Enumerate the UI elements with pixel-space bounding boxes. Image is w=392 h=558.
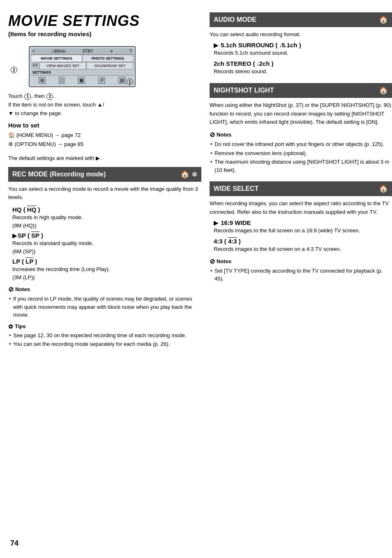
audio-mode-title: AUDIO MODE	[214, 16, 256, 23]
wide-notes-list: Set [TV TYPE] correctly according to the…	[210, 267, 392, 283]
down-arrow: ▼	[8, 110, 14, 116]
ratio43-desc: Records images to the full screen on a 4…	[214, 245, 392, 253]
lcd-tab-sound[interactable]: SOUND/DISP SET	[86, 62, 134, 69]
ratio43-overline: 4:3	[228, 238, 237, 245]
lp-label: LP ( LP )	[12, 258, 37, 265]
rec-mode-home-icon: 🏠	[180, 170, 189, 179]
slash: /	[103, 102, 104, 108]
notes-heading: ⊘ Notes	[8, 285, 201, 293]
circle-2: 2	[11, 67, 17, 73]
surround-item: ▶ 5.1ch SURROUND ( ♪5.1ch ) Records 5.1c…	[214, 42, 392, 57]
sp-overline: SP	[31, 232, 39, 239]
lcd-tabs-row1: MOVIE SETTINGS PHOTO SETTINGS	[31, 55, 134, 62]
wide169-desc: Records images to the full screen on a 1…	[214, 227, 392, 235]
lcd-icon-5[interactable]: ▤	[118, 77, 126, 84]
wide-note-1: Set [TV TYPE] correctly according to the…	[210, 267, 392, 283]
page-title: MOVIE SETTINGS	[8, 12, 201, 30]
wide-select-header: WIDE SELECT 🏠	[210, 181, 392, 196]
lcd-icon-4[interactable]: ↺	[98, 77, 105, 84]
wide-notes-heading: ⊘ Notes	[210, 257, 392, 265]
rec-mode-section: REC MODE (Recording mode) 🏠 ⚙ You can se…	[8, 167, 201, 348]
subtitle: (Items for recording movies)	[8, 30, 201, 37]
ratio43-title: 4:3 ( 4:3 )	[214, 238, 392, 245]
lcd-page-label: 1/2	[31, 62, 39, 69]
nightshot-note-1: Do not cover the infrared port with your…	[210, 140, 392, 148]
tips-list: See page 12, 30 on the expected recordin…	[8, 331, 201, 348]
circle2-label: 2	[10, 67, 18, 73]
hq-overline: HQ	[27, 206, 37, 213]
lp-overline: LP	[25, 258, 33, 265]
nightshot-notes-label: Notes	[217, 132, 231, 138]
rec-note-1: If you record in LP mode, the quality of…	[8, 295, 201, 319]
circle-1: 1	[127, 79, 133, 85]
home-menu-text: (HOME MENU) → page 72	[16, 132, 81, 138]
lcd-icon-1[interactable]: ⊞	[39, 77, 46, 84]
notes-label: Notes	[15, 286, 30, 292]
home-menu-line: 🏠 (HOME MENU) → page 72	[8, 131, 201, 140]
wide-select-intro: When recording images, you can select th…	[210, 199, 392, 217]
nightshot-header: NIGHTSHOT LIGHT 🏠	[210, 83, 392, 98]
right-column: AUDIO MODE 🏠 You can select audio record…	[210, 12, 392, 546]
tip-1: See page 12, 30 on the expected recordin…	[8, 331, 201, 340]
period: .	[53, 93, 55, 99]
tip-2: You can set the recording mode separatel…	[8, 340, 201, 348]
surround-desc: Records 5.1ch surround sound.	[214, 49, 392, 57]
surround-arrow: ▶	[214, 42, 218, 49]
ratio43-label: 4:3 ( 4:3 )	[214, 238, 241, 245]
circle-2-inline: 2	[46, 93, 53, 100]
sp-desc2: (6M (SP))	[12, 248, 201, 256]
stereo-item: 2ch STEREO ( ♪2ch ) Records stereo sound…	[214, 60, 392, 76]
if-text: If the item is not on the screen, touch	[8, 102, 97, 108]
hq-label: HQ ( HQ )	[12, 206, 40, 213]
page-text: to change the page.	[14, 110, 62, 116]
sp-item: ▶SP ( SP ) Records in standard quality m…	[12, 232, 201, 255]
default-note: The default settings are marked with ▶.	[8, 155, 201, 161]
sp-label: SP ( SP )	[18, 232, 43, 239]
lcd-icon-2[interactable]: □	[59, 77, 65, 84]
tips-heading: ✿ Tips	[8, 323, 201, 330]
lcd-close: ×	[32, 49, 35, 53]
touch-text: Touch	[8, 93, 24, 99]
lcd-tabs-row2: VIEW IMAGES SET SOUND/DISP SET	[39, 62, 134, 69]
lcd-tab-movie[interactable]: MOVIE SETTINGS	[31, 55, 82, 62]
surround-label: 5.1ch SURROUND ( ♪5.1ch )	[221, 42, 301, 49]
rec-mode-title: REC MODE (Recording mode)	[12, 171, 106, 178]
then-text: , then	[31, 93, 46, 99]
wide169-item: ▶ 16:9 WIDE Records images to the full s…	[214, 219, 392, 235]
lcd-top-bar: × □60min STBY ≡ ?	[31, 48, 134, 55]
audio-mode-section: AUDIO MODE 🏠 You can select audio record…	[210, 12, 392, 76]
lp-item: LP ( LP ) Increases the recording time (…	[12, 258, 201, 281]
nightshot-section: NIGHTSHOT LIGHT 🏠 When using either the …	[210, 83, 392, 174]
rec-mode-header-icons: 🏠 ⚙	[180, 170, 197, 179]
lcd-settings-row: SETTINGS	[31, 69, 134, 75]
wide169-label: 16:9 WIDE	[221, 219, 251, 226]
page-number: 74	[10, 539, 18, 548]
lcd-tab-photo[interactable]: PHOTO SETTINGS	[82, 55, 134, 62]
wide-notes-icon: ⊘	[210, 257, 215, 265]
nightshot-notes-icon: ⊘	[210, 131, 215, 139]
circle-1-inline: 1	[24, 93, 31, 100]
option-menu-text: (OPTION MENU) → page 85	[15, 141, 84, 147]
lcd-row2: 1/2 VIEW IMAGES SET SOUND/DISP SET	[31, 62, 134, 69]
lp-desc1: Increases the recording time (Long Play)…	[12, 265, 201, 273]
sp-default-arrow: ▶	[12, 232, 17, 239]
lcd-help-icon: ?	[129, 49, 132, 53]
touch-instructions: Touch 1, then 2. If the item is not on t…	[8, 92, 201, 118]
lcd-icon-3[interactable]: ▦	[78, 77, 85, 84]
lcd-tab-view[interactable]: VIEW IMAGES SET	[39, 62, 87, 69]
audio-mode-header: AUDIO MODE 🏠	[210, 12, 392, 27]
lp-title: LP ( LP )	[12, 258, 201, 265]
wide-select-title: WIDE SELECT	[214, 185, 258, 192]
left-column: MOVIE SETTINGS (Items for recording movi…	[8, 12, 210, 546]
up-arrow: ▲	[97, 102, 103, 108]
nightshot-home-icon: 🏠	[379, 86, 388, 95]
how-to-set-section: How to set 🏠 (HOME MENU) → page 72 ⚙ (OP…	[8, 122, 201, 149]
lcd-stby: STBY	[83, 49, 93, 53]
ratio43-item: 4:3 ( 4:3 ) Records images to the full s…	[214, 238, 392, 253]
stereo-label: 2ch STEREO ( ♪2ch )	[214, 60, 274, 67]
wide169-arrow: ▶	[214, 220, 218, 226]
lcd-settings-label: SETTINGS	[32, 70, 51, 74]
nightshot-title: NIGHTSHOT LIGHT	[214, 87, 274, 94]
wide-select-notes: ⊘ Notes Set [TV TYPE] correctly accordin…	[210, 257, 392, 283]
audio-mode-intro: You can select audio recording format.	[210, 30, 392, 39]
